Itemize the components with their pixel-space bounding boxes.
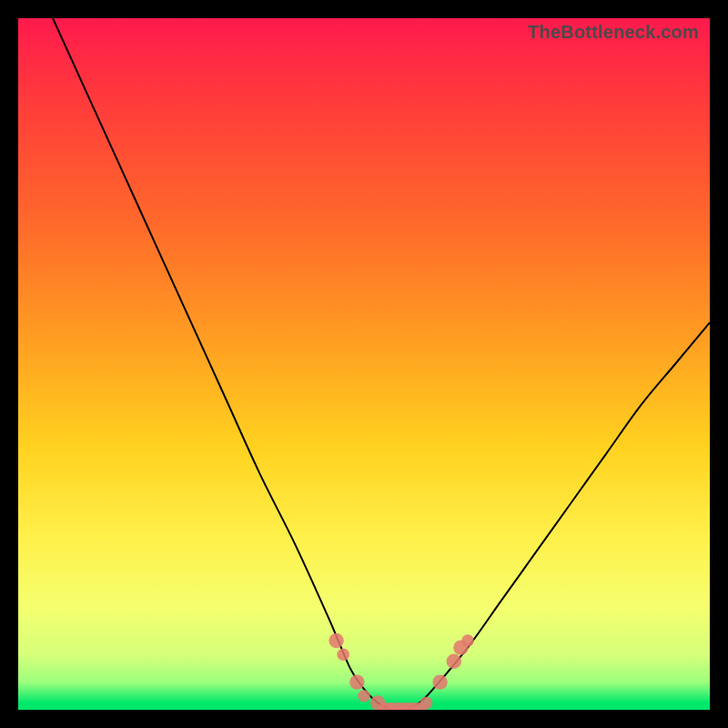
curve-marker [420, 697, 433, 710]
chart-svg [18, 18, 710, 710]
bottleneck-curve [53, 18, 710, 710]
plot-area: TheBottleneck.com [18, 18, 710, 710]
curve-marker [349, 674, 364, 689]
curve-markers [329, 633, 473, 710]
curve-marker [447, 654, 461, 669]
curve-marker [358, 690, 370, 703]
curve-marker [461, 634, 474, 647]
outer-frame: TheBottleneck.com [0, 0, 728, 728]
curve-marker [432, 674, 447, 689]
curve-marker [337, 648, 349, 661]
curve-marker [329, 633, 343, 648]
